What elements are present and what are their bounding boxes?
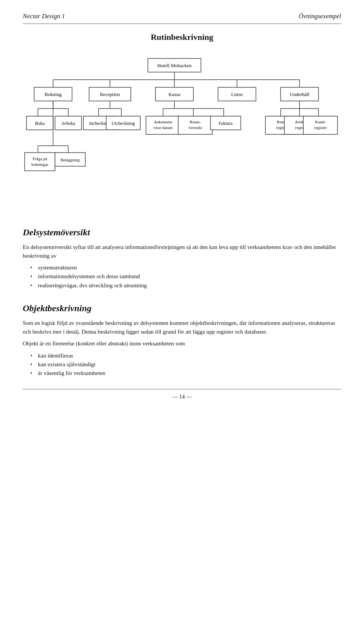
org-chart: Hotell Mobacken Bokning Reception Kassa … (23, 55, 341, 214)
svg-text:Avboka: Avboka (61, 121, 75, 126)
svg-text:Beläggning: Beläggning (61, 158, 80, 162)
objektbeskrivning-bullet-2: kan existera självständigt (30, 360, 341, 369)
svg-text:visst datum: visst datum (154, 125, 173, 130)
svg-text:Fråga på: Fråga på (33, 156, 47, 161)
objektbeskrivning-heading: Objektbeskrivning (23, 301, 341, 315)
main-title: Rutinbeskrivning (23, 31, 341, 43)
page-number: — 14 — (172, 394, 192, 400)
svg-text:Reception: Reception (100, 91, 120, 97)
svg-text:Ankomster: Ankomster (154, 120, 173, 124)
svg-text:Boka: Boka (35, 121, 45, 126)
delsystem-bullet-1: systemstrukturen (30, 263, 341, 272)
objektbeskrivning-bullets: kan identifieras kan existera självständ… (30, 351, 341, 378)
svg-text:Kassa: Kassa (168, 91, 180, 97)
page: Nectar Design 1 Övningsexempel Rutinbesk… (0, 0, 364, 416)
delsystem-heading: Delsystemöversikt (23, 225, 341, 239)
footer: — 14 — (23, 389, 341, 401)
svg-text:översikt: översikt (188, 125, 202, 130)
delsystem-bullet-3: realiseringsvägar, dvs utveckling och ut… (30, 281, 341, 290)
svg-rect-31 (25, 153, 55, 171)
svg-text:bokningar: bokningar (31, 162, 49, 167)
svg-text:Bokning: Bokning (45, 91, 62, 97)
objektbeskrivning-text1: Som en logisk följd av ovanstående beskr… (23, 319, 341, 337)
svg-text:Listor: Listor (231, 91, 243, 97)
objektbeskrivning-bullet-3: är väsentlig för verksamheten (30, 369, 341, 378)
svg-text:Rums-: Rums- (190, 120, 201, 124)
header-left: Nectar Design 1 (23, 11, 65, 21)
objektbeskrivning-bullet-1: kan identifieras (30, 351, 341, 360)
svg-text:Underhåll: Underhåll (290, 91, 309, 97)
svg-text:Utcheckning: Utcheckning (111, 121, 135, 126)
svg-text:Kund-: Kund- (315, 120, 326, 124)
header: Nectar Design 1 Övningsexempel (23, 11, 341, 24)
header-right: Övningsexempel (299, 11, 341, 21)
delsystem-bullets: systemstrukturen informationsdelsystemen… (30, 263, 341, 290)
delsystem-bullet-2: informationsdelsystemen och deras samban… (30, 272, 341, 281)
delsystem-intro: En delsystemöversikt syftar till att ana… (23, 243, 341, 261)
objektbeskrivning-text2: Objekt är en företeelse (konkret eller a… (23, 339, 341, 348)
svg-text:Hotell Mobacken: Hotell Mobacken (157, 63, 192, 68)
svg-text:register: register (314, 125, 327, 130)
svg-text:Faktura: Faktura (219, 121, 233, 126)
